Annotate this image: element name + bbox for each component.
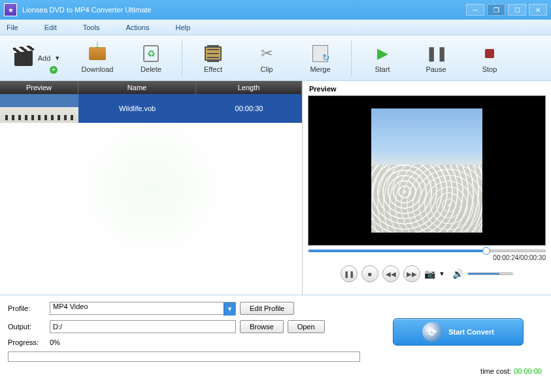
start-convert-button[interactable]: ⟳ Start Convert [393,318,524,346]
filmstrip-icon [205,46,222,61]
progress-bar [8,351,360,362]
volume-slider[interactable] [467,272,513,275]
browse-button[interactable]: Browse [240,320,284,333]
merge-icon [312,45,328,62]
close-button[interactable]: ✕ [529,4,547,16]
add-dropdown-icon: ▼ [54,55,60,61]
progress-value: 0% [50,338,60,346]
effect-button[interactable]: Effect [188,39,239,78]
toolbar-divider [182,40,182,76]
chevron-down-icon: ▼ [224,302,235,316]
output-input[interactable] [50,320,236,333]
progress-label: Progress: [8,338,46,346]
video-thumbnail [371,108,482,233]
menu-actions[interactable]: Actions [125,24,149,31]
open-button[interactable]: Open [288,320,325,333]
status-bar: time cost: 00:00:00 [0,366,551,378]
preview-label: Preview [309,85,546,93]
header-length[interactable]: Length [196,81,302,94]
stop-icon [485,49,494,58]
list-row[interactable]: Wildlife.vob 00:00:30 [0,94,302,123]
toolbar: + Add ▼ Download ♻ Delete Effect ✂ Clip … [0,35,551,81]
preview-panel: Preview 00:00:24/00:00:30 ❚❚ ■ ◀◀ ▶▶ 📷 ▼… [303,81,551,295]
output-label: Output: [8,323,46,331]
snapshot-button[interactable]: 📷 [424,269,435,279]
pause-button[interactable]: ❚❚ Pause [410,39,461,78]
player-forward-button[interactable]: ▶▶ [403,265,420,282]
menu-edit[interactable]: Edit [44,24,57,31]
title-bar: Lionsea DVD to MP4 Converter Ultimate ─ … [0,0,551,20]
row-thumbnail [0,94,78,123]
time-cost-label: time cost: [480,367,511,375]
bottom-panel: Profile: MP4 Video ▼ Edit Profile Output… [0,295,551,366]
convert-icon: ⟳ [422,322,442,342]
snapshot-dropdown-icon[interactable]: ▼ [439,270,445,277]
add-button[interactable]: + Add ▼ [4,39,69,78]
seek-slider[interactable] [308,250,546,252]
header-preview[interactable]: Preview [0,81,78,94]
add-label: Add [38,54,51,62]
start-button[interactable]: ▶ Start [357,39,408,78]
clip-button[interactable]: ✂ Clip [241,39,292,78]
clapper-icon [14,50,33,66]
player-stop-button[interactable]: ■ [361,265,378,282]
list-header: Preview Name Length [0,81,302,94]
menu-file[interactable]: File [7,24,18,31]
menu-tools[interactable]: Tools [83,24,100,31]
recycle-icon: ♻ [143,45,159,62]
app-title: Lionsea DVD to MP4 Converter Ultimate [22,6,151,14]
menu-help[interactable]: Help [175,24,190,31]
download-icon [89,47,106,60]
profile-select[interactable]: MP4 Video ▼ [50,302,236,315]
app-logo-icon [4,3,17,16]
menu-bar: File Edit Tools Actions Help [0,20,551,35]
time-cost-value: 00:00:00 [514,367,542,375]
delete-button[interactable]: ♻ Delete [125,39,176,78]
file-list-panel: Preview Name Length Wildlife.vob 00:00:3… [0,81,303,295]
download-button[interactable]: Download [72,39,123,78]
volume-icon[interactable]: 🔊 [452,269,463,279]
minimize-button[interactable]: ─ [466,4,484,16]
video-frame[interactable] [308,95,546,246]
stop-button[interactable]: Stop [464,39,515,78]
header-name[interactable]: Name [78,81,196,94]
player-pause-button[interactable]: ❚❚ [341,265,358,282]
player-rewind-button[interactable]: ◀◀ [382,265,399,282]
row-length: 00:00:30 [196,105,302,112]
playback-time: 00:00:24/00:00:30 [493,254,546,261]
toolbar-divider [351,40,352,76]
pause-icon: ❚❚ [426,43,446,64]
plus-icon: + [50,66,58,74]
merge-button[interactable]: Merge [295,39,346,78]
edit-profile-button[interactable]: Edit Profile [240,302,294,315]
maximize-button[interactable]: ☐ [508,4,526,16]
restore-button[interactable]: ❐ [487,4,505,16]
play-icon: ▶ [372,43,393,64]
profile-label: Profile: [8,304,46,312]
scissors-icon: ✂ [256,43,277,64]
row-name: Wildlife.vob [78,105,196,112]
